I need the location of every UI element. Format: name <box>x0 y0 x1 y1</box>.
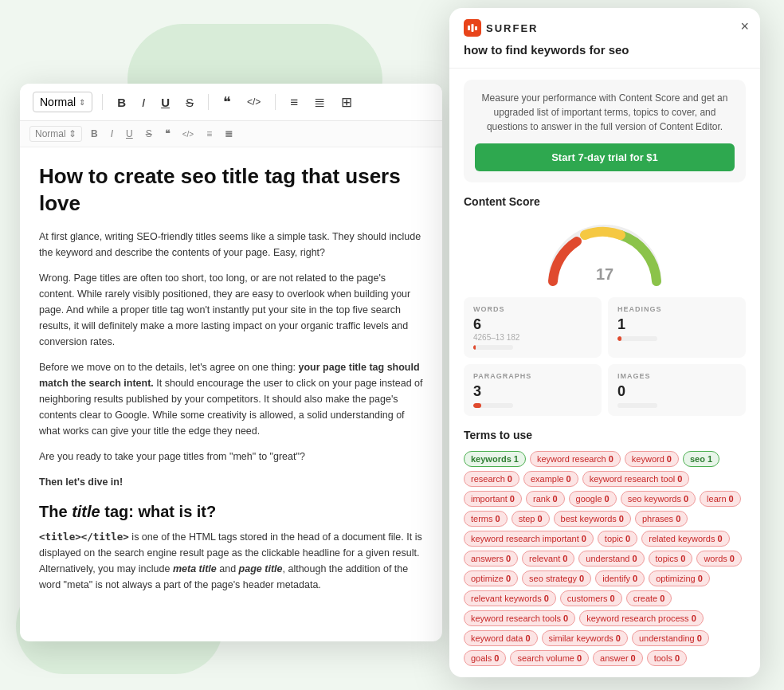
stat-paragraphs: PARAGRAPHS 3 <box>464 364 602 416</box>
article-subheading: The title tag: what is it? <box>39 503 423 521</box>
paragraph-1: At first glance, writing SEO-friendly ti… <box>39 229 423 261</box>
term-count: 0 <box>633 574 637 583</box>
terms-section: Terms to use keywords 1keyword research … <box>464 429 746 666</box>
terms-cloud: keywords 1keyword research 0keyword 0seo… <box>464 451 746 666</box>
term-tag[interactable]: relevant keywords 0 <box>464 590 556 606</box>
term-tag[interactable]: step 0 <box>512 511 550 527</box>
term-text: optimizing <box>656 574 696 583</box>
term-count: 0 <box>616 633 621 643</box>
term-count: 0 <box>667 454 672 464</box>
ghost-align: ≡ <box>202 127 216 141</box>
term-tag[interactable]: similar keywords 0 <box>542 630 628 646</box>
content-score-section: Content Score 17 WORDS <box>464 195 746 416</box>
term-tag[interactable]: seo 1 <box>683 451 719 467</box>
term-text: identify <box>602 574 630 583</box>
term-tag[interactable]: customers 0 <box>560 590 622 606</box>
bold-button[interactable]: B <box>112 93 131 112</box>
paragraph-3: Before we move on to the details, let's … <box>39 359 423 439</box>
surfer-close-button[interactable]: × <box>740 19 749 33</box>
term-tag[interactable]: learn 0 <box>700 491 741 507</box>
term-text: understand <box>586 554 629 563</box>
term-tag[interactable]: understanding 0 <box>632 630 709 646</box>
term-tag[interactable]: terms 0 <box>464 511 508 527</box>
term-tag[interactable]: seo strategy 0 <box>522 570 591 586</box>
term-tag[interactable]: best keywords 0 <box>554 511 631 527</box>
term-tag[interactable]: phrases 0 <box>635 511 688 527</box>
term-tag[interactable]: tools 0 <box>647 650 687 666</box>
content-score-title: Content Score <box>464 195 746 208</box>
term-text: understanding <box>639 633 695 643</box>
code-button[interactable]: </> <box>242 94 265 110</box>
term-tag[interactable]: relevant 0 <box>522 551 574 567</box>
stats-grid: WORDS 6 4265–13 182 HEADINGS 1 PARAGRAPH… <box>464 297 746 416</box>
select-arrow-icon: ⇕ <box>79 98 85 107</box>
term-tag[interactable]: related keywords 0 <box>641 531 729 547</box>
upgrade-button[interactable]: Start 7-day trial for $1 <box>475 143 735 171</box>
term-tag[interactable]: understand 0 <box>578 551 644 567</box>
term-count: 0 <box>677 474 682 484</box>
term-tag[interactable]: answers 0 <box>464 551 518 567</box>
stat-paragraphs-bar <box>473 403 513 408</box>
term-count: 0 <box>506 574 511 583</box>
term-tag[interactable]: keyword 0 <box>625 451 679 467</box>
term-tag[interactable]: optimizing 0 <box>649 570 710 586</box>
term-tag[interactable]: keyword data 0 <box>464 630 538 646</box>
term-tag[interactable]: keyword research 0 <box>530 451 621 467</box>
term-text: relevant <box>529 554 560 563</box>
stat-headings: HEADINGS 1 <box>608 297 746 358</box>
term-tag[interactable]: identify 0 <box>595 570 645 586</box>
term-text: keyword research important <box>471 534 579 543</box>
ghost-strike: S <box>142 127 156 141</box>
surfer-search-query: how to find keywords for seo <box>464 43 746 57</box>
surfer-body: Measure your performance with Content Sc… <box>449 69 760 677</box>
term-tag[interactable]: example 0 <box>523 471 578 487</box>
indent-button[interactable]: ⊞ <box>336 92 357 112</box>
term-tag[interactable]: keyword research tool 0 <box>582 471 690 487</box>
strikethrough-button[interactable]: S <box>181 93 198 112</box>
term-tag[interactable]: keyword research tools 0 <box>464 610 575 626</box>
term-tag[interactable]: words 0 <box>696 551 741 567</box>
quote-button[interactable]: ❝ <box>218 92 236 112</box>
stat-paragraphs-value: 3 <box>473 383 592 400</box>
term-text: topic <box>605 534 623 543</box>
term-tag[interactable]: rank 0 <box>526 491 565 507</box>
term-text: terms <box>471 514 493 523</box>
term-tag[interactable]: google 0 <box>569 491 617 507</box>
term-count: 1 <box>514 454 519 464</box>
term-tag[interactable]: goals 0 <box>464 650 506 666</box>
term-tag[interactable]: topics 0 <box>649 551 693 567</box>
term-tag[interactable]: research 0 <box>464 471 519 487</box>
term-tag[interactable]: create 0 <box>626 590 672 606</box>
term-count: 0 <box>610 594 615 603</box>
list-button[interactable]: ≣ <box>309 92 330 112</box>
term-tag[interactable]: important 0 <box>464 491 522 507</box>
term-tag[interactable]: answer 0 <box>593 650 643 666</box>
underline-button[interactable]: U <box>156 93 174 112</box>
term-tag[interactable]: keywords 1 <box>464 451 526 467</box>
term-text: keyword data <box>471 633 523 643</box>
term-text: topics <box>656 554 679 563</box>
ghost-bold: B <box>87 127 102 141</box>
ghost-italic: I <box>107 127 117 141</box>
term-text: step <box>519 514 535 523</box>
italic-button[interactable]: I <box>137 93 150 112</box>
term-tag[interactable]: seo keywords 0 <box>621 491 696 507</box>
term-text: optimize <box>471 574 504 583</box>
term-tag[interactable]: keyword research process 0 <box>579 610 704 626</box>
text-style-label: Normal <box>40 96 76 108</box>
surfer-panel: SURFER × how to find keywords for seo Me… <box>449 8 760 677</box>
term-tag[interactable]: search volume 0 <box>510 650 589 666</box>
term-text: example <box>531 474 564 484</box>
stat-images-value: 0 <box>617 383 736 400</box>
term-tag[interactable]: optimize 0 <box>464 570 518 586</box>
text-style-select[interactable]: Normal ⇕ <box>33 92 92 112</box>
term-text: keyword research <box>537 454 606 464</box>
term-tag[interactable]: keyword research important 0 <box>464 531 594 547</box>
align-button[interactable]: ≡ <box>285 92 303 112</box>
editor-content[interactable]: How to create seo title tag that users l… <box>20 147 442 641</box>
term-count: 0 <box>609 454 613 464</box>
meta-title-text: meta title <box>173 563 217 574</box>
term-text: search volume <box>517 653 574 663</box>
stat-words-bar-fill <box>473 345 476 350</box>
term-tag[interactable]: topic 0 <box>598 531 637 547</box>
